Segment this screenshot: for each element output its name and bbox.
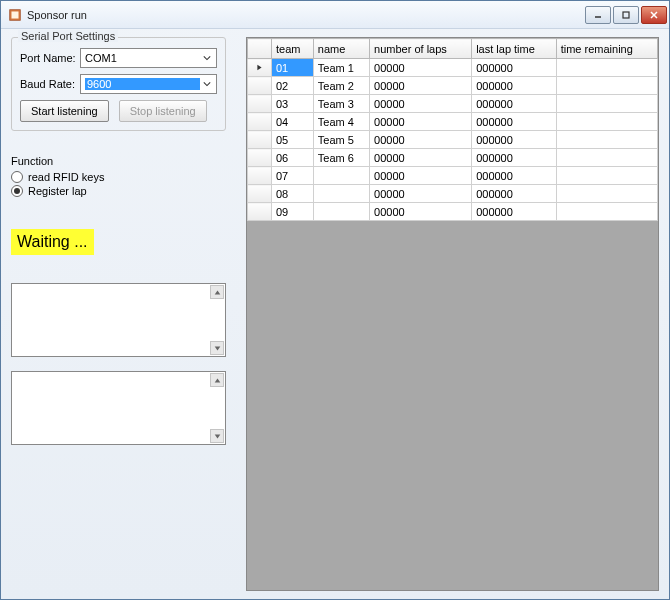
col-last[interactable]: last lap time — [472, 39, 557, 59]
cell-remain[interactable] — [556, 131, 657, 149]
row-header[interactable] — [248, 185, 272, 203]
window-title: Sponsor run — [27, 9, 585, 21]
row-header[interactable] — [248, 77, 272, 95]
cell-laps[interactable]: 00000 — [370, 149, 472, 167]
table-row[interactable]: 04Team 400000000000 — [248, 113, 658, 131]
grid-corner[interactable] — [248, 39, 272, 59]
cell-name[interactable] — [313, 203, 369, 221]
titlebar[interactable]: Sponsor run — [1, 1, 669, 29]
table-row[interactable]: 03Team 300000000000 — [248, 95, 658, 113]
cell-name[interactable]: Team 1 — [313, 59, 369, 77]
table-row[interactable]: 06Team 600000000000 — [248, 149, 658, 167]
row-header[interactable] — [248, 113, 272, 131]
cell-last[interactable]: 000000 — [472, 95, 557, 113]
cell-team[interactable]: 05 — [272, 131, 314, 149]
baud-rate-label: Baud Rate: — [20, 78, 80, 90]
log-textbox-1[interactable] — [11, 283, 226, 357]
cell-laps[interactable]: 00000 — [370, 185, 472, 203]
cell-last[interactable]: 000000 — [472, 167, 557, 185]
cell-last[interactable]: 000000 — [472, 113, 557, 131]
cell-team[interactable]: 08 — [272, 185, 314, 203]
radio-register-lap[interactable]: Register lap — [11, 185, 226, 197]
cell-last[interactable]: 000000 — [472, 77, 557, 95]
radio-label: read RFID keys — [28, 171, 104, 183]
table-row[interactable]: 0900000000000 — [248, 203, 658, 221]
teams-grid[interactable]: team name number of laps last lap time t… — [247, 38, 658, 221]
cell-team[interactable]: 03 — [272, 95, 314, 113]
app-window: Sponsor run Serial Port Settings Port Na… — [0, 0, 670, 600]
cell-team[interactable]: 02 — [272, 77, 314, 95]
col-name[interactable]: name — [313, 39, 369, 59]
row-header[interactable] — [248, 203, 272, 221]
table-row[interactable]: 01Team 100000000000 — [248, 59, 658, 77]
cell-laps[interactable]: 00000 — [370, 167, 472, 185]
row-header[interactable] — [248, 131, 272, 149]
cell-remain[interactable] — [556, 185, 657, 203]
cell-remain[interactable] — [556, 113, 657, 131]
cell-last[interactable]: 000000 — [472, 59, 557, 77]
table-row[interactable]: 02Team 200000000000 — [248, 77, 658, 95]
minimize-button[interactable] — [585, 6, 611, 24]
chevron-down-icon — [200, 50, 214, 66]
serial-port-group: Serial Port Settings Port Name: COM1 Bau… — [11, 37, 226, 131]
cell-team[interactable]: 07 — [272, 167, 314, 185]
cell-team[interactable]: 04 — [272, 113, 314, 131]
log-textbox-2[interactable] — [11, 371, 226, 445]
table-row[interactable]: 0800000000000 — [248, 185, 658, 203]
cell-last[interactable]: 000000 — [472, 203, 557, 221]
cell-laps[interactable]: 00000 — [370, 203, 472, 221]
baud-rate-value: 9600 — [85, 78, 200, 90]
cell-last[interactable]: 000000 — [472, 131, 557, 149]
cell-remain[interactable] — [556, 95, 657, 113]
radio-label: Register lap — [28, 185, 87, 197]
cell-name[interactable]: Team 3 — [313, 95, 369, 113]
col-team[interactable]: team — [272, 39, 314, 59]
cell-remain[interactable] — [556, 167, 657, 185]
data-grid-container: team name number of laps last lap time t… — [246, 37, 659, 591]
row-header[interactable] — [248, 95, 272, 113]
table-row[interactable]: 05Team 500000000000 — [248, 131, 658, 149]
cell-team[interactable]: 06 — [272, 149, 314, 167]
maximize-button[interactable] — [613, 6, 639, 24]
start-listening-button[interactable]: Start listening — [20, 100, 109, 122]
scroll-up-icon[interactable] — [210, 373, 224, 387]
baud-rate-combo[interactable]: 9600 — [80, 74, 217, 94]
port-name-label: Port Name: — [20, 52, 80, 64]
radio-icon — [11, 171, 23, 183]
cell-last[interactable]: 000000 — [472, 149, 557, 167]
cell-laps[interactable]: 00000 — [370, 95, 472, 113]
row-header[interactable] — [248, 167, 272, 185]
cell-laps[interactable]: 00000 — [370, 59, 472, 77]
radio-icon — [11, 185, 23, 197]
cell-last[interactable]: 000000 — [472, 185, 557, 203]
cell-name[interactable] — [313, 185, 369, 203]
cell-name[interactable]: Team 2 — [313, 77, 369, 95]
cell-remain[interactable] — [556, 77, 657, 95]
cell-remain[interactable] — [556, 149, 657, 167]
cell-remain[interactable] — [556, 203, 657, 221]
cell-name[interactable]: Team 5 — [313, 131, 369, 149]
cell-name[interactable] — [313, 167, 369, 185]
cell-remain[interactable] — [556, 59, 657, 77]
cell-name[interactable]: Team 6 — [313, 149, 369, 167]
cell-team[interactable]: 09 — [272, 203, 314, 221]
svg-rect-1 — [12, 11, 19, 18]
status-label: Waiting ... — [11, 229, 94, 255]
table-row[interactable]: 0700000000000 — [248, 167, 658, 185]
row-header[interactable] — [248, 59, 272, 77]
cell-laps[interactable]: 00000 — [370, 77, 472, 95]
cell-team[interactable]: 01 — [272, 59, 314, 77]
row-header[interactable] — [248, 149, 272, 167]
close-button[interactable] — [641, 6, 667, 24]
col-laps[interactable]: number of laps — [370, 39, 472, 59]
cell-laps[interactable]: 00000 — [370, 113, 472, 131]
cell-name[interactable]: Team 4 — [313, 113, 369, 131]
cell-laps[interactable]: 00000 — [370, 131, 472, 149]
col-remain[interactable]: time remaining — [556, 39, 657, 59]
chevron-down-icon — [200, 76, 214, 92]
port-name-combo[interactable]: COM1 — [80, 48, 217, 68]
scroll-down-icon[interactable] — [210, 341, 224, 355]
scroll-down-icon[interactable] — [210, 429, 224, 443]
scroll-up-icon[interactable] — [210, 285, 224, 299]
radio-read-rfid[interactable]: read RFID keys — [11, 171, 226, 183]
